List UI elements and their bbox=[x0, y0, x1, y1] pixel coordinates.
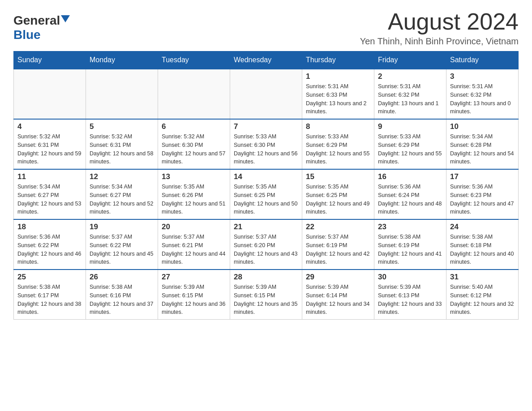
calendar-cell: 16Sunrise: 5:36 AM Sunset: 6:24 PM Dayli… bbox=[374, 169, 446, 219]
calendar-table: SundayMondayTuesdayWednesdayThursdayFrid… bbox=[13, 51, 519, 320]
day-number: 20 bbox=[162, 223, 226, 231]
day-info: Sunrise: 5:39 AM Sunset: 6:15 PM Dayligh… bbox=[234, 283, 298, 317]
calendar-cell: 24Sunrise: 5:38 AM Sunset: 6:18 PM Dayli… bbox=[446, 219, 519, 270]
calendar-cell: 2Sunrise: 5:31 AM Sunset: 6:32 PM Daylig… bbox=[374, 69, 446, 119]
day-info: Sunrise: 5:34 AM Sunset: 6:27 PM Dayligh… bbox=[90, 183, 154, 216]
day-number: 4 bbox=[17, 122, 82, 131]
day-info: Sunrise: 5:31 AM Sunset: 6:33 PM Dayligh… bbox=[306, 82, 370, 116]
logo-triangle-icon bbox=[61, 15, 70, 22]
calendar-cell: 20Sunrise: 5:37 AM Sunset: 6:21 PM Dayli… bbox=[158, 219, 230, 270]
day-info: Sunrise: 5:35 AM Sunset: 6:25 PM Dayligh… bbox=[306, 183, 370, 216]
day-info: Sunrise: 5:33 AM Sunset: 6:29 PM Dayligh… bbox=[378, 133, 442, 166]
calendar-cell: 13Sunrise: 5:35 AM Sunset: 6:26 PM Dayli… bbox=[158, 169, 230, 219]
day-number: 31 bbox=[450, 273, 515, 282]
calendar-cell: 6Sunrise: 5:32 AM Sunset: 6:30 PM Daylig… bbox=[158, 119, 230, 169]
calendar-cell: 3Sunrise: 5:31 AM Sunset: 6:32 PM Daylig… bbox=[446, 69, 519, 119]
day-number: 8 bbox=[306, 122, 370, 131]
day-number: 15 bbox=[306, 172, 370, 181]
calendar-header-monday: Monday bbox=[86, 51, 158, 69]
calendar-cell: 4Sunrise: 5:32 AM Sunset: 6:31 PM Daylig… bbox=[14, 119, 86, 169]
day-number: 25 bbox=[17, 273, 82, 282]
calendar-cell: 28Sunrise: 5:39 AM Sunset: 6:15 PM Dayli… bbox=[230, 270, 302, 320]
day-number: 16 bbox=[378, 172, 442, 181]
day-info: Sunrise: 5:33 AM Sunset: 6:29 PM Dayligh… bbox=[306, 133, 370, 166]
calendar-cell: 26Sunrise: 5:38 AM Sunset: 6:16 PM Dayli… bbox=[86, 270, 158, 320]
month-year-title: August 2024 bbox=[360, 9, 519, 34]
day-number: 13 bbox=[162, 172, 226, 181]
day-info: Sunrise: 5:38 AM Sunset: 6:17 PM Dayligh… bbox=[17, 283, 82, 317]
day-number: 2 bbox=[378, 72, 442, 81]
day-number: 24 bbox=[450, 223, 515, 231]
calendar-cell: 7Sunrise: 5:33 AM Sunset: 6:30 PM Daylig… bbox=[230, 119, 302, 169]
calendar-cell: 19Sunrise: 5:37 AM Sunset: 6:22 PM Dayli… bbox=[86, 219, 158, 270]
day-info: Sunrise: 5:38 AM Sunset: 6:19 PM Dayligh… bbox=[378, 233, 442, 266]
calendar-cell: 25Sunrise: 5:38 AM Sunset: 6:17 PM Dayli… bbox=[14, 270, 86, 320]
calendar-cell: 31Sunrise: 5:40 AM Sunset: 6:12 PM Dayli… bbox=[446, 270, 519, 320]
day-number: 11 bbox=[17, 172, 82, 181]
calendar-cell: 29Sunrise: 5:39 AM Sunset: 6:14 PM Dayli… bbox=[302, 270, 374, 320]
calendar-cell: 1Sunrise: 5:31 AM Sunset: 6:33 PM Daylig… bbox=[302, 69, 374, 119]
calendar-cell: 5Sunrise: 5:32 AM Sunset: 6:31 PM Daylig… bbox=[86, 119, 158, 169]
day-number: 1 bbox=[306, 72, 370, 81]
calendar-cell: 21Sunrise: 5:37 AM Sunset: 6:20 PM Dayli… bbox=[230, 219, 302, 270]
day-info: Sunrise: 5:36 AM Sunset: 6:22 PM Dayligh… bbox=[17, 233, 82, 266]
day-info: Sunrise: 5:31 AM Sunset: 6:32 PM Dayligh… bbox=[450, 82, 515, 116]
day-info: Sunrise: 5:39 AM Sunset: 6:14 PM Dayligh… bbox=[306, 283, 370, 317]
calendar-cell: 10Sunrise: 5:34 AM Sunset: 6:28 PM Dayli… bbox=[446, 119, 519, 169]
day-info: Sunrise: 5:35 AM Sunset: 6:26 PM Dayligh… bbox=[162, 183, 226, 216]
day-number: 6 bbox=[162, 122, 226, 131]
calendar-cell: 27Sunrise: 5:39 AM Sunset: 6:15 PM Dayli… bbox=[158, 270, 230, 320]
day-info: Sunrise: 5:31 AM Sunset: 6:32 PM Dayligh… bbox=[378, 82, 442, 116]
calendar-cell: 15Sunrise: 5:35 AM Sunset: 6:25 PM Dayli… bbox=[302, 169, 374, 219]
day-number: 28 bbox=[234, 273, 298, 282]
day-number: 22 bbox=[306, 223, 370, 231]
day-number: 23 bbox=[378, 223, 442, 231]
day-info: Sunrise: 5:40 AM Sunset: 6:12 PM Dayligh… bbox=[450, 283, 515, 317]
day-info: Sunrise: 5:32 AM Sunset: 6:31 PM Dayligh… bbox=[17, 133, 82, 166]
calendar-header-sunday: Sunday bbox=[14, 51, 86, 69]
calendar-cell: 23Sunrise: 5:38 AM Sunset: 6:19 PM Dayli… bbox=[374, 219, 446, 270]
day-info: Sunrise: 5:34 AM Sunset: 6:27 PM Dayligh… bbox=[17, 183, 82, 216]
day-number: 27 bbox=[162, 273, 226, 282]
calendar-header-tuesday: Tuesday bbox=[158, 51, 230, 69]
logo-blue-text: Blue bbox=[13, 28, 41, 42]
day-info: Sunrise: 5:32 AM Sunset: 6:30 PM Dayligh… bbox=[162, 133, 226, 166]
day-number: 3 bbox=[450, 72, 515, 81]
day-info: Sunrise: 5:39 AM Sunset: 6:15 PM Dayligh… bbox=[162, 283, 226, 317]
calendar-cell: 30Sunrise: 5:39 AM Sunset: 6:13 PM Dayli… bbox=[374, 270, 446, 320]
day-info: Sunrise: 5:38 AM Sunset: 6:16 PM Dayligh… bbox=[90, 283, 154, 317]
calendar-cell bbox=[86, 69, 158, 119]
calendar-header-thursday: Thursday bbox=[302, 51, 374, 69]
day-number: 9 bbox=[378, 122, 442, 131]
day-info: Sunrise: 5:33 AM Sunset: 6:30 PM Dayligh… bbox=[234, 133, 298, 166]
calendar-header-row: SundayMondayTuesdayWednesdayThursdayFrid… bbox=[14, 51, 519, 69]
calendar-week-row-2: 4Sunrise: 5:32 AM Sunset: 6:31 PM Daylig… bbox=[14, 119, 519, 169]
day-info: Sunrise: 5:37 AM Sunset: 6:22 PM Dayligh… bbox=[90, 233, 154, 266]
location-subtitle: Yen Thinh, Ninh Binh Province, Vietnam bbox=[360, 36, 519, 47]
day-number: 21 bbox=[234, 223, 298, 231]
day-number: 12 bbox=[90, 172, 154, 181]
calendar-cell: 22Sunrise: 5:37 AM Sunset: 6:19 PM Dayli… bbox=[302, 219, 374, 270]
logo-general-text: General bbox=[13, 13, 60, 28]
calendar-week-row-3: 11Sunrise: 5:34 AM Sunset: 6:27 PM Dayli… bbox=[14, 169, 519, 219]
logo: General Blue bbox=[13, 9, 70, 42]
calendar-cell: 14Sunrise: 5:35 AM Sunset: 6:25 PM Dayli… bbox=[230, 169, 302, 219]
day-info: Sunrise: 5:36 AM Sunset: 6:24 PM Dayligh… bbox=[378, 183, 442, 216]
day-number: 14 bbox=[234, 172, 298, 181]
day-info: Sunrise: 5:38 AM Sunset: 6:18 PM Dayligh… bbox=[450, 233, 515, 266]
day-number: 18 bbox=[17, 223, 82, 231]
day-info: Sunrise: 5:37 AM Sunset: 6:21 PM Dayligh… bbox=[162, 233, 226, 266]
calendar-week-row-4: 18Sunrise: 5:36 AM Sunset: 6:22 PM Dayli… bbox=[14, 219, 519, 270]
title-area: August 2024 Yen Thinh, Ninh Binh Provinc… bbox=[360, 9, 519, 47]
day-info: Sunrise: 5:36 AM Sunset: 6:23 PM Dayligh… bbox=[450, 183, 515, 216]
day-number: 7 bbox=[234, 122, 298, 131]
day-info: Sunrise: 5:39 AM Sunset: 6:13 PM Dayligh… bbox=[378, 283, 442, 317]
day-info: Sunrise: 5:37 AM Sunset: 6:20 PM Dayligh… bbox=[234, 233, 298, 266]
day-info: Sunrise: 5:34 AM Sunset: 6:28 PM Dayligh… bbox=[450, 133, 515, 166]
calendar-week-row-1: 1Sunrise: 5:31 AM Sunset: 6:33 PM Daylig… bbox=[14, 69, 519, 119]
calendar-header-friday: Friday bbox=[374, 51, 446, 69]
calendar-cell: 12Sunrise: 5:34 AM Sunset: 6:27 PM Dayli… bbox=[86, 169, 158, 219]
day-number: 10 bbox=[450, 122, 515, 131]
calendar-cell: 18Sunrise: 5:36 AM Sunset: 6:22 PM Dayli… bbox=[14, 219, 86, 270]
calendar-cell: 9Sunrise: 5:33 AM Sunset: 6:29 PM Daylig… bbox=[374, 119, 446, 169]
